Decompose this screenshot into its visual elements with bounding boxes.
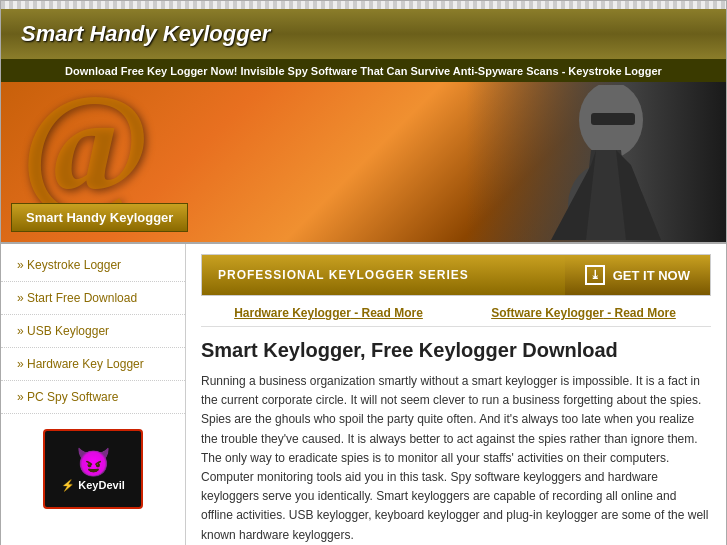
page-title: Smart Keylogger, Free Keylogger Download <box>201 339 711 362</box>
download-icon: ⤓ <box>585 265 605 285</box>
hero-person-image <box>466 82 726 242</box>
hero-at-symbol: @ <box>21 82 151 223</box>
hero-section: @ Smart Handy Keylogger <box>1 82 726 242</box>
get-it-label: GET IT NOW <box>613 268 690 283</box>
site-title: Smart Handy Keylogger <box>21 21 270 46</box>
product-bar: PROFESSIONAL KEYLOGGER SERIES ⤓ GET IT N… <box>201 254 711 296</box>
site-header: Smart Handy Keylogger <box>1 9 726 59</box>
top-decorative-strip <box>1 1 726 9</box>
get-it-now-button[interactable]: ⤓ GET IT NOW <box>565 255 710 295</box>
hero-nav-box: Smart Handy Keylogger <box>11 203 188 232</box>
product-links-row: Hardware Keylogger - Read More Software … <box>201 306 711 327</box>
sidebar-item-hardware-key-logger[interactable]: Hardware Key Logger <box>1 348 185 381</box>
keydevil-logo: 😈 ⚡ KeyDevil <box>43 429 143 509</box>
sidebar-item-usb-keylogger[interactable]: USB Keylogger <box>1 315 185 348</box>
svg-rect-1 <box>591 113 635 125</box>
hardware-keylogger-link[interactable]: Hardware Keylogger - Read More <box>201 306 456 320</box>
keydevil-text: ⚡ KeyDevil <box>61 479 125 492</box>
sidebar-item-start-free-download[interactable]: Start Free Download <box>1 282 185 315</box>
banner-bar: Download Free Key Logger Now! Invisible … <box>1 59 726 82</box>
sidebar: Keystroke Logger Start Free Download USB… <box>1 244 186 545</box>
product-series-label: PROFESSIONAL KEYLOGGER SERIES <box>202 255 565 295</box>
devil-emoji: 😈 <box>76 446 111 479</box>
main-layout: Keystroke Logger Start Free Download USB… <box>1 242 726 545</box>
sidebar-item-pc-spy-software[interactable]: PC Spy Software <box>1 381 185 414</box>
page-body: Running a business organization smartly … <box>201 372 711 545</box>
main-content: PROFESSIONAL KEYLOGGER SERIES ⤓ GET IT N… <box>186 244 726 545</box>
person-silhouette <box>531 85 661 240</box>
hero-nav-label: Smart Handy Keylogger <box>26 210 173 225</box>
banner-link[interactable]: Download Free Key Logger Now! Invisible … <box>65 65 662 77</box>
sidebar-item-keystroke-logger[interactable]: Keystroke Logger <box>1 249 185 282</box>
software-keylogger-link[interactable]: Software Keylogger - Read More <box>456 306 711 320</box>
